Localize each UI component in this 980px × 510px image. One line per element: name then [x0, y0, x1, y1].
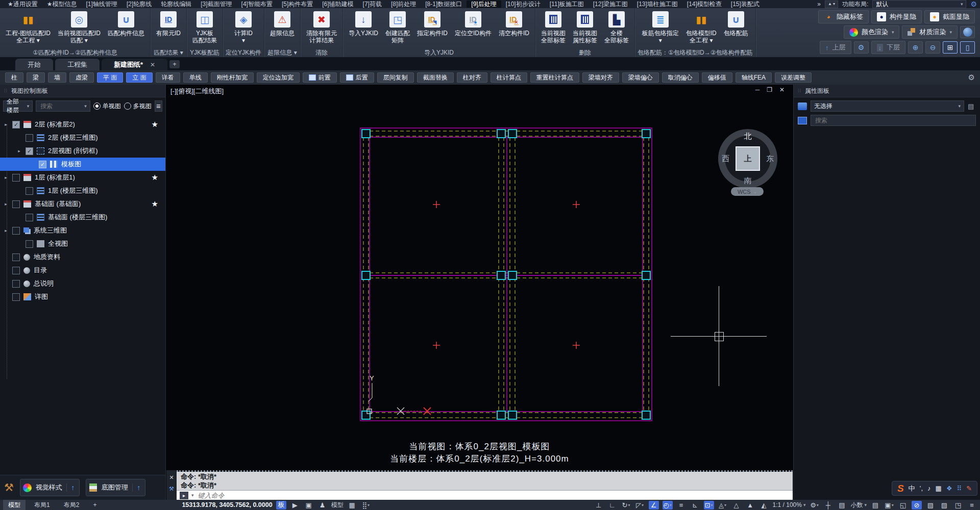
mic-icon[interactable]: ♪ [927, 484, 931, 492]
infer-constraints-icon[interactable]: ⊥ [594, 501, 604, 509]
menu-item[interactable]: [8-1]数据接口 [421, 1, 467, 8]
property-search-input[interactable] [814, 116, 972, 124]
handwriting-icon[interactable]: ✎ [966, 484, 972, 492]
toolbar-button[interactable]: 梁墙对齐 [582, 72, 619, 83]
3d-object-snap-icon[interactable]: ◬▾ [718, 501, 728, 509]
up-arrow-icon[interactable]: ↑ [66, 483, 79, 492]
view-compass[interactable]: 北 西 东 南 上 [718, 129, 777, 188]
ribbon-button-slab-envelope[interactable]: ≣板筋包络指定 ▾ [639, 9, 682, 44]
toolbar-button[interactable]: 偏移值 [702, 72, 732, 83]
graphics-performance-icon[interactable]: ▨ [939, 501, 949, 509]
panel-grip-icon[interactable]: ⁞⁞ [798, 88, 801, 93]
color-render-button[interactable]: 颜色渲染 ▾ [844, 26, 900, 39]
ribbon-button-wave-section[interactable]: ∪包络配筋 [721, 9, 751, 37]
toolbar-button[interactable]: 平 面 [97, 72, 123, 83]
compass-top-view[interactable]: 上 [736, 146, 760, 171]
favorite-star-icon[interactable]: ★ [152, 173, 158, 182]
menu-item[interactable]: [11]板施工图 [545, 1, 589, 8]
ortho-mode-icon[interactable]: ∠ [649, 501, 659, 509]
favorite-star-icon[interactable]: ★ [152, 199, 158, 209]
toolbar-button[interactable]: 取消偏心 [662, 72, 699, 83]
floor-filter-select[interactable]: 全部楼层 ▾ [3, 100, 33, 112]
new-tab-button[interactable]: + [169, 60, 180, 68]
toolbar-button[interactable]: 定位边加宽 [257, 72, 300, 83]
customization-menu-icon[interactable]: ≡ [967, 501, 977, 509]
lower-floor-button[interactable]: ↓ 下层 [871, 41, 906, 54]
compass-south[interactable]: 南 [744, 176, 752, 186]
ribbon-button-columns-orange[interactable]: ▮▮工程-图纸匹配ID全工程 ▾ [3, 9, 54, 44]
object-snap-icon[interactable]: ⊡▾ [704, 501, 714, 509]
tree-item[interactable]: 全视图 [0, 237, 165, 250]
material-render-button[interactable]: 材质渲染 ▾ [902, 26, 958, 39]
toolbar-button[interactable]: 重置柱计算点 [530, 72, 579, 83]
ribbon-button-bulldozer[interactable]: ▙全楼全部标签 [601, 9, 632, 44]
ribbon-button-clear-fem[interactable]: ✖清除有限元计算结果 [303, 9, 340, 44]
menu-item[interactable]: [4]智能布置 [237, 1, 277, 8]
workspace-switch-icon[interactable]: ▣▾ [884, 501, 894, 509]
property-search-box[interactable] [811, 115, 976, 126]
expand-arrow-icon[interactable]: ▸ [3, 201, 9, 207]
close-icon[interactable]: ✕ [150, 61, 155, 68]
ime-punctuation[interactable]: ’, [920, 484, 923, 492]
annotation-list-icon[interactable]: ▤ [870, 501, 880, 509]
snap-settings-icon[interactable]: ⣿▾ [361, 501, 371, 509]
panel-grip-icon[interactable]: ⁞⁞ [4, 88, 8, 93]
hide-tags-button[interactable]: ◕ 隐藏标签 [818, 10, 869, 23]
compass-west[interactable]: 西 [722, 154, 729, 164]
menu-item[interactable]: [1]轴线管理 [82, 1, 122, 8]
document-tab[interactable]: 工程集 [55, 59, 100, 70]
tree-checkbox[interactable] [26, 187, 33, 195]
ribbon-group-label[interactable]: 导入YJKID [346, 48, 532, 57]
snap-ref-icon[interactable]: ∟ [607, 501, 618, 509]
soft-keyboard-icon[interactable]: ▦ [936, 484, 942, 492]
sogou-logo-icon[interactable]: S [897, 483, 904, 494]
quick-properties-icon[interactable]: ▤ [837, 501, 847, 509]
tree-item[interactable]: ▸1层 (标准层1)★ [0, 171, 165, 184]
user-presence-icon[interactable]: ♟ [317, 501, 328, 509]
tree-item[interactable]: 基础面 (楼层三维图) [0, 211, 165, 224]
ribbon-group-label[interactable]: 匹配结果 ▾ [153, 48, 184, 57]
menu-item[interactable]: [9]后处理 [467, 1, 501, 8]
render-globe-button[interactable] [960, 26, 975, 38]
tree-checkbox[interactable] [12, 174, 20, 182]
wcs-badge[interactable]: WCS ⌄ [731, 187, 764, 196]
ribbon-group-label[interactable]: 删除 [538, 48, 632, 57]
menu-item[interactable]: [13]墙柱施工图 [632, 1, 682, 8]
annotation-scale-icon[interactable]: ▲ [745, 501, 755, 509]
fullscreen-icon[interactable]: ◳ [953, 501, 963, 509]
menu-item[interactable]: [12]梁施工图 [589, 1, 632, 8]
toolbar-button[interactable]: 立 面 [126, 72, 152, 83]
tree-item[interactable]: 详图 [0, 290, 165, 303]
ribbon-collapse-button[interactable]: ▲ ▾ [825, 1, 838, 8]
tree-item[interactable]: ✓模板图 [0, 158, 165, 171]
menu-item[interactable]: [10]初步设计 [501, 1, 545, 8]
toolbar-button[interactable]: 柱对齐 [457, 72, 487, 83]
ribbon-group-label[interactable]: 包络配筋：①包络模型ID→②包络构件配筋 [638, 48, 753, 57]
base-map-button[interactable]: 底图管理 ↑ [86, 479, 145, 496]
tree-checkbox[interactable] [26, 240, 33, 248]
ribbon-button-assign-id[interactable]: ID◥指定构件ID [414, 9, 451, 37]
panel-options-icon[interactable]: ▤ [968, 103, 976, 110]
restore-icon[interactable]: ❐ [767, 86, 772, 93]
tree-checkbox[interactable] [12, 227, 20, 235]
ribbon-button-warning[interactable]: ⚠超限信息 [267, 9, 298, 37]
expand-arrow-icon[interactable]: ▸ [16, 148, 22, 154]
new-layout-tab-button[interactable]: + [88, 500, 102, 510]
zoom-level[interactable]: 1:1 / 100%▾ [773, 501, 806, 508]
ribbon-button-trash[interactable]: 当前视图属性标签 [570, 9, 600, 44]
ribbon-button-fem-id[interactable]: ID有限元ID [153, 9, 184, 37]
compass-east[interactable]: 东 [766, 154, 774, 164]
panel-compact-icon[interactable]: ◱ [898, 501, 908, 509]
toolbar-button[interactable]: 单线 [183, 72, 208, 83]
tree-panel-button[interactable]: ⊞ [943, 41, 958, 54]
zoom-in-button[interactable]: ⊕ [908, 41, 923, 54]
tree-item[interactable]: ▸系统三维图 [0, 224, 165, 237]
menu-item[interactable]: [7]荷载 [358, 1, 386, 8]
tools-icon[interactable]: ⚒ [4, 481, 14, 494]
command-prompt-icon[interactable]: ▸ [180, 492, 188, 499]
menu-item[interactable]: [3]截面管理 [196, 1, 236, 8]
command-input[interactable] [197, 491, 790, 500]
toolbar-gear-icon[interactable]: ⚙ [968, 73, 975, 82]
tree-checkbox[interactable] [12, 200, 20, 208]
view-search-box[interactable]: ▾ [36, 100, 90, 112]
